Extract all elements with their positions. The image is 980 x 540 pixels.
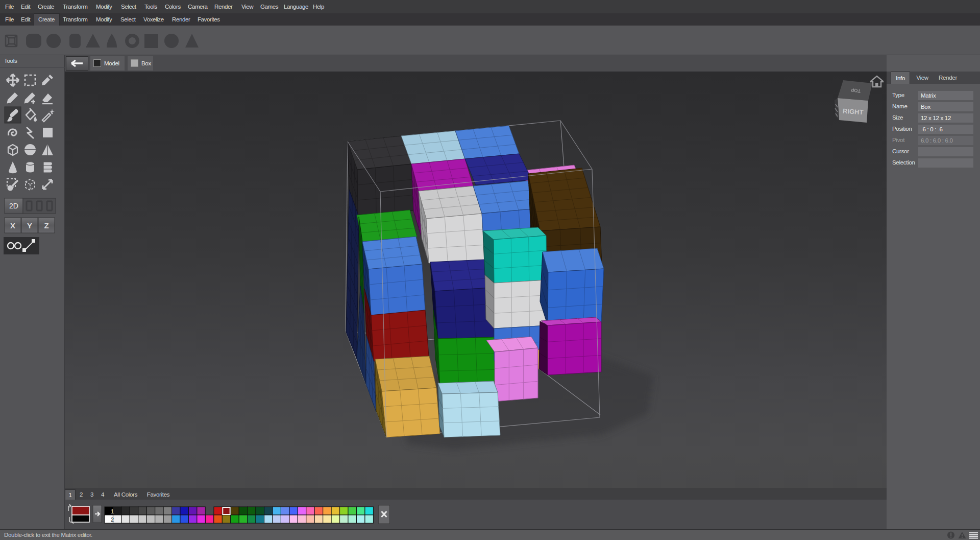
svg-text:Y: Y [27, 221, 32, 230]
svg-text:2D: 2D [9, 202, 18, 210]
svg-text:1: 1 [111, 508, 114, 514]
svg-text:Z: Z [44, 221, 48, 230]
svg-text:RIGHT: RIGHT [843, 107, 864, 116]
svg-text:2: 2 [111, 516, 114, 523]
svg-text:X: X [10, 221, 15, 230]
